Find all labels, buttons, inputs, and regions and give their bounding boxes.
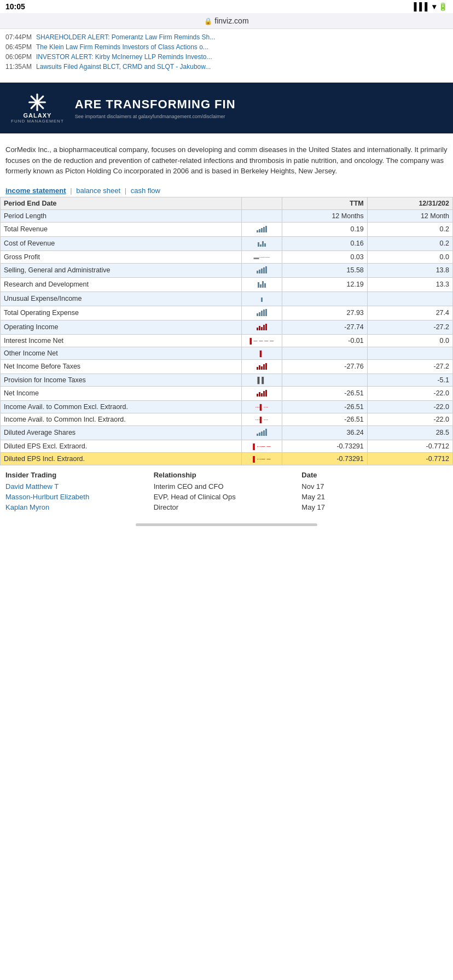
chart-nibt: [242, 359, 282, 374]
chart-other-income: ▌: [242, 347, 282, 359]
tab-income-statement[interactable]: income statement: [5, 186, 66, 195]
scroll-bar[interactable]: [136, 523, 317, 526]
financial-table: Period End Date TTM 12/31/202 Period Len…: [0, 197, 453, 465]
mini-chart-icon: ···▌···: [255, 404, 268, 410]
ttm-total-op-exp: 27.93: [282, 306, 367, 320]
table-row-gross-profit: Gross Profit ▬·─·─ 0.03 0.0: [1, 250, 453, 263]
label-cost-revenue: Cost of Revenue: [1, 236, 242, 250]
table-row-income-incl: Income Avail. to Common Incl. Extraord. …: [1, 413, 453, 425]
news-text-1[interactable]: SHAREHOLDER ALERT: Pomerantz Law Firm Re…: [36, 33, 215, 41]
ttm-pfit: [282, 374, 367, 386]
table-row-interest-income: Interest Income Net ▌─ ─ ─ ─ -0.01 0.0: [1, 334, 453, 347]
chart-period-length: [242, 209, 282, 222]
news-section: 07:44PM SHAREHOLDER ALERT: Pomerantz Law…: [0, 29, 453, 77]
ttm-other-income: [282, 347, 367, 359]
date-op-income: -27.2: [367, 320, 452, 334]
label-pfit: Provision for Income Taxes: [1, 374, 242, 386]
mini-chart-icon: [258, 280, 266, 288]
mini-chart-line-icon: ▬·─·─: [253, 254, 270, 260]
description-text: CorMedix Inc., a biopharmaceutical compa…: [5, 145, 447, 175]
ad-disclaimer: See important disclaimers at galaxyfundm…: [75, 114, 236, 119]
table-row-sga: Selling, General and Administrative 15.5…: [1, 263, 453, 277]
mini-chart-icon: ▌···─ ─: [253, 444, 270, 450]
label-eps-excl: Diluted EPS Excl. Extraord.: [1, 440, 242, 452]
date-total-revenue: 0.2: [367, 222, 452, 236]
insider-name-2[interactable]: Masson-Hurlburt Elizabeth: [5, 493, 152, 501]
news-item-2[interactable]: 06:45PM The Klein Law Firm Reminds Inves…: [5, 43, 448, 51]
date-sga: 13.8: [367, 263, 452, 277]
insider-header: Insider Trading Relationship Date: [5, 471, 448, 479]
tab-balance-sheet[interactable]: balance sheet: [76, 186, 120, 195]
ttm-eps-incl: -0.73291: [282, 452, 367, 465]
ttm-op-income: -27.74: [282, 320, 367, 334]
label-unusual: Unusual Expense/Income: [1, 291, 242, 306]
table-row-income-excl: Income Avail. to Common Excl. Extraord. …: [1, 400, 453, 413]
date-income-incl: -22.0: [367, 413, 452, 425]
ttm-income-incl: -26.51: [282, 413, 367, 425]
galaxy-name: GALAXY: [23, 112, 51, 119]
company-description: CorMedix Inc., a biopharmaceutical compa…: [0, 139, 453, 182]
chart-op-income: [242, 320, 282, 334]
date-eps-excl: -0.7712: [367, 440, 452, 452]
label-sga: Selling, General and Administrative: [1, 263, 242, 277]
label-other-income: Other Income Net: [1, 347, 242, 359]
insider-col-name: Insider Trading: [5, 471, 152, 479]
chart-net-income: [242, 386, 282, 400]
table-row-eps-excl: Diluted EPS Excl. Extraord. ▌···─ ─ -0.7…: [1, 440, 453, 452]
table-header-row: Period End Date TTM 12/31/202: [1, 197, 453, 209]
news-item-3[interactable]: 06:06PM INVESTOR ALERT: Kirby McInerney …: [5, 53, 448, 61]
galaxy-logo: GALAXY FUND MANAGEMENT: [11, 92, 64, 124]
chart-gross-profit: ▬·─·─: [242, 250, 282, 263]
date-eps-incl: -0.7712: [367, 452, 452, 465]
chart-eps-incl: ▌···─ ─: [242, 452, 282, 465]
header-date: 12/31/202: [367, 197, 452, 209]
label-gross-profit: Gross Profit: [1, 250, 242, 263]
news-time-3: 06:06PM: [5, 53, 32, 61]
table-row-net-income: Net Income -26.51 -22.0: [1, 386, 453, 400]
table-row-eps-incl: Diluted EPS Incl. Extraord. ▌···─ ─ -0.7…: [1, 452, 453, 465]
ttm-rd: 12.19: [282, 277, 367, 291]
label-net-income: Net Income: [1, 386, 242, 400]
insider-role-2: EVP, Head of Clinical Ops: [154, 493, 300, 501]
date-pfit: -5.1: [367, 374, 452, 386]
date-total-op-exp: 27.4: [367, 306, 452, 320]
news-text-4[interactable]: Lawsuits Filed Against BLCT, CRMD and SL…: [36, 63, 211, 71]
date-gross-profit: 0.0: [367, 250, 452, 263]
date-other-income: [367, 347, 452, 359]
label-income-incl: Income Avail. to Common Incl. Extraord.: [1, 413, 242, 425]
insider-col-date: Date: [301, 471, 448, 479]
galaxy-logo-icon: [27, 92, 47, 112]
label-rd: Research and Development: [1, 277, 242, 291]
insider-role-3: Director: [154, 503, 300, 511]
ttm-sga: 15.58: [282, 263, 367, 277]
ttm-net-income: -26.51: [282, 386, 367, 400]
ad-banner[interactable]: GALAXY FUND MANAGEMENT ARE TRANSFORMING …: [0, 83, 453, 133]
ttm-gross-profit: 0.03: [282, 250, 367, 263]
chart-income-excl: ···▌···: [242, 400, 282, 413]
news-item-4[interactable]: 11:35AM Lawsuits Filed Against BLCT, CRM…: [5, 63, 448, 71]
mini-chart-icon: [257, 266, 267, 273]
insider-row-3: Kaplan Myron Director May 17: [5, 503, 448, 511]
news-time-4: 11:35AM: [5, 63, 32, 71]
date-rd: 13.3: [367, 277, 452, 291]
mini-chart-icon: [257, 225, 267, 232]
tab-cash-flow[interactable]: cash flow: [131, 186, 160, 195]
news-text-2[interactable]: The Klein Law Firm Reminds Investors of …: [36, 43, 208, 51]
label-interest-income: Interest Income Net: [1, 334, 242, 347]
insider-role-1: Interim CEO and CFO: [154, 482, 300, 491]
date-interest-income: 0.0: [367, 334, 452, 347]
news-text-3[interactable]: INVESTOR ALERT: Kirby McInerney LLP Remi…: [36, 53, 212, 61]
insider-date-1: Nov 17: [301, 482, 448, 491]
label-eps-incl: Diluted EPS Incl. Extraord.: [1, 452, 242, 465]
table-row-unusual: Unusual Expense/Income: [1, 291, 453, 306]
insider-date-2: May 21: [301, 493, 448, 501]
chart-total-revenue: [242, 222, 282, 236]
insider-name-3[interactable]: Kaplan Myron: [5, 503, 152, 511]
table-row-diluted-avg: Diluted Average Shares 36.24 28.5: [1, 425, 453, 440]
label-income-excl: Income Avail. to Common Excl. Extraord.: [1, 400, 242, 413]
ttm-total-revenue: 0.19: [282, 222, 367, 236]
news-item-1[interactable]: 07:44PM SHAREHOLDER ALERT: Pomerantz Law…: [5, 33, 448, 41]
insider-name-1[interactable]: David Matthew T: [5, 482, 152, 491]
header-period: Period End Date: [1, 197, 242, 209]
mini-chart-icon: ▌···─ ─: [253, 456, 270, 462]
